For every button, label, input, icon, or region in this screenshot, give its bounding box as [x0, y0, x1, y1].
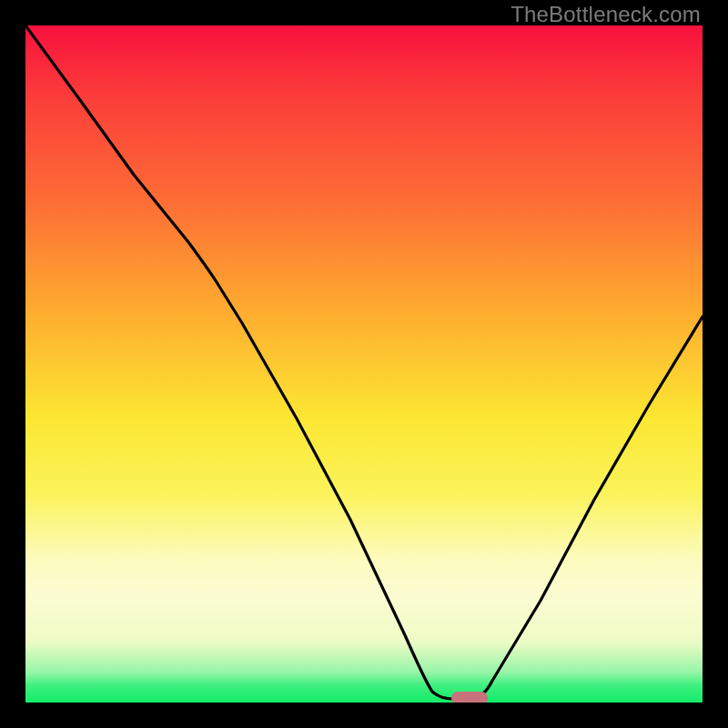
- plot-area: [25, 25, 703, 703]
- bottleneck-curve: [25, 25, 703, 703]
- curve-path: [25, 25, 703, 699]
- minimum-marker: [451, 692, 488, 703]
- watermark-text: TheBottleneck.com: [511, 2, 701, 27]
- chart-frame: TheBottleneck.com: [0, 0, 728, 728]
